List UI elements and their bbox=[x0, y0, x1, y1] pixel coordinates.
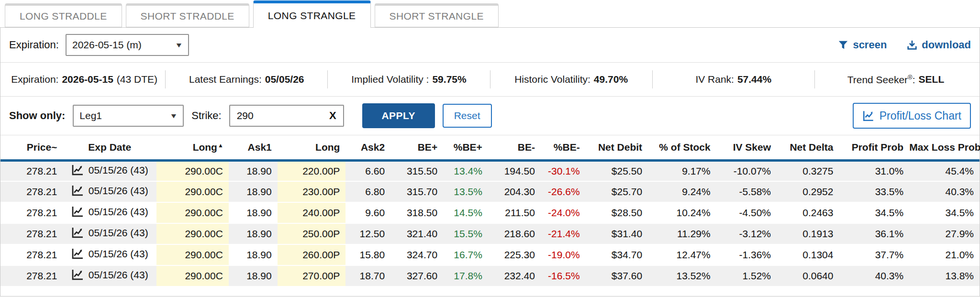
column-header-ask2[interactable]: Ask2 bbox=[345, 135, 390, 160]
cell-pct-be-plus: 16.7% bbox=[443, 244, 488, 265]
reset-button[interactable]: Reset bbox=[443, 104, 492, 128]
cell-long-put: 230.00P bbox=[278, 181, 346, 202]
cell-be-minus: 232.40 bbox=[488, 265, 541, 286]
column-header-price[interactable]: Price~ bbox=[0, 135, 63, 160]
options-table: Price~Exp DateLong▲Ask1LongAsk2BE+%BE+BE… bbox=[0, 135, 980, 287]
column-header-be-plus[interactable]: BE+ bbox=[390, 135, 443, 160]
column-header-be-minus[interactable]: BE- bbox=[488, 135, 541, 160]
show-only-select[interactable]: Leg1 ▼ bbox=[73, 105, 184, 127]
cell-ask2: 18.70 bbox=[345, 265, 390, 286]
cell-max-loss-prob: 27.9% bbox=[909, 223, 980, 244]
stat-value: 57.44% bbox=[737, 74, 771, 85]
cell-long-put: 240.00P bbox=[278, 202, 346, 223]
cell-price: 278.21 bbox=[0, 202, 63, 223]
stat-suffix: (43 DTE) bbox=[117, 74, 157, 85]
cell-max-loss-prob: 45.4% bbox=[909, 160, 980, 181]
cell-long-put: 220.00P bbox=[278, 160, 346, 181]
stat-item: Trend Seeker®:SELL bbox=[814, 70, 977, 88]
cell-pct-be-plus: 15.5% bbox=[443, 223, 488, 244]
column-header-max-loss-prob[interactable]: Max Loss Prob bbox=[909, 135, 980, 160]
clear-icon[interactable]: X bbox=[329, 110, 336, 122]
column-header-long-call[interactable]: Long▲ bbox=[156, 135, 229, 160]
cell-pct-of-stock: 13.52% bbox=[648, 265, 716, 286]
strike-input[interactable] bbox=[237, 110, 309, 121]
column-header-long-put[interactable]: Long bbox=[278, 135, 346, 160]
column-header-pct-of-stock[interactable]: % of Stock bbox=[648, 135, 716, 160]
cell-net-delta: 0.3275 bbox=[777, 160, 839, 181]
tab-long-straddle[interactable]: LONG STRADDLE bbox=[5, 3, 122, 27]
cell-be-plus: 318.50 bbox=[390, 202, 443, 223]
cell-pct-of-stock: 12.47% bbox=[648, 244, 716, 265]
price-chart-icon[interactable] bbox=[71, 165, 84, 176]
table-row: 278.2105/15/26 (43)290.00C18.90220.00P6.… bbox=[0, 160, 980, 181]
cell-ask1: 18.90 bbox=[229, 244, 278, 265]
cell-iv-skew: 1.52% bbox=[716, 265, 777, 286]
cell-exp-date: 05/15/26 (43) bbox=[63, 181, 156, 202]
show-only-label: Show only: bbox=[9, 110, 65, 122]
cell-profit-prob: 36.1% bbox=[839, 223, 909, 244]
cell-be-minus: 225.30 bbox=[488, 244, 541, 265]
column-header-profit-prob[interactable]: Profit Prob bbox=[839, 135, 909, 160]
stat-value: SELL bbox=[919, 74, 945, 85]
price-chart-icon[interactable] bbox=[71, 248, 84, 259]
stat-item: Implied Volatility :59.75% bbox=[327, 70, 490, 88]
cell-net-delta: 0.2463 bbox=[777, 202, 839, 223]
column-header-exp-date[interactable]: Exp Date bbox=[63, 135, 156, 160]
screen-link[interactable]: screen bbox=[838, 39, 887, 51]
column-header-net-debit[interactable]: Net Debit bbox=[586, 135, 648, 160]
stat-item: Historic Volatility:49.70% bbox=[490, 70, 652, 88]
download-link[interactable]: download bbox=[907, 39, 971, 51]
cell-pct-of-stock: 9.17% bbox=[648, 160, 716, 181]
cell-long-put: 270.00P bbox=[278, 265, 346, 286]
table-row: 278.2105/15/26 (43)290.00C18.90260.00P15… bbox=[0, 244, 980, 265]
cell-ask2: 9.60 bbox=[345, 202, 390, 223]
cell-pct-be-plus: 13.4% bbox=[443, 160, 488, 181]
filter-bar: Show only: Leg1 ▼ Strike: X APPLY Reset … bbox=[0, 97, 980, 135]
column-header-pct-be-minus[interactable]: %BE- bbox=[541, 135, 586, 160]
apply-button[interactable]: APPLY bbox=[362, 103, 435, 128]
cell-be-plus: 327.60 bbox=[390, 265, 443, 286]
cell-be-plus: 321.40 bbox=[390, 223, 443, 244]
stat-label: IV Rank: bbox=[695, 74, 734, 85]
column-header-net-delta[interactable]: Net Delta bbox=[777, 135, 839, 160]
cell-max-loss-prob: 34.5% bbox=[909, 202, 980, 223]
cell-net-debit: $31.40 bbox=[586, 223, 648, 244]
cell-long-call: 290.00C bbox=[156, 265, 229, 286]
price-chart-icon[interactable] bbox=[71, 206, 84, 217]
tab-short-straddle[interactable]: SHORT STRADDLE bbox=[126, 3, 249, 27]
cell-profit-prob: 34.5% bbox=[839, 202, 909, 223]
tab-long-strangle[interactable]: LONG STRANGLE bbox=[253, 0, 371, 28]
cell-long-call: 290.00C bbox=[156, 160, 229, 181]
price-chart-icon[interactable] bbox=[71, 269, 84, 280]
toolbar-links: screen download bbox=[838, 39, 971, 51]
cell-pct-of-stock: 10.24% bbox=[648, 202, 716, 223]
column-header-pct-be-plus[interactable]: %BE+ bbox=[443, 135, 488, 160]
cell-ask1: 18.90 bbox=[229, 160, 278, 181]
cell-price: 278.21 bbox=[0, 265, 63, 286]
column-header-ask1[interactable]: Ask1 bbox=[229, 135, 278, 160]
price-chart-icon[interactable] bbox=[71, 227, 84, 238]
cell-net-debit: $25.70 bbox=[586, 181, 648, 202]
cell-be-minus: 194.50 bbox=[488, 160, 541, 181]
expiration-label: Expiration: bbox=[9, 39, 59, 51]
cell-iv-skew: -4.50% bbox=[716, 202, 777, 223]
cell-ask1: 18.90 bbox=[229, 181, 278, 202]
expiration-select[interactable]: 2026-05-15 (m) ▼ bbox=[66, 34, 189, 56]
cell-iv-skew: -10.07% bbox=[716, 160, 777, 181]
cell-iv-skew: -3.12% bbox=[716, 223, 777, 244]
cell-max-loss-prob: 13.8% bbox=[909, 265, 980, 286]
sort-asc-icon: ▲ bbox=[218, 142, 223, 149]
cell-iv-skew: -5.58% bbox=[716, 181, 777, 202]
cell-be-minus: 204.30 bbox=[488, 181, 541, 202]
profit-loss-chart-label: Profit/Loss Chart bbox=[880, 110, 961, 122]
cell-pct-be-minus: -30.1% bbox=[541, 160, 586, 181]
stat-label: Latest Earnings: bbox=[189, 74, 262, 85]
stat-value: 2026-05-15 bbox=[62, 74, 113, 85]
price-chart-icon[interactable] bbox=[71, 185, 84, 196]
tab-short-strangle[interactable]: SHORT STRANGLE bbox=[375, 3, 499, 27]
cell-net-debit: $37.60 bbox=[586, 265, 648, 286]
cell-pct-of-stock: 9.24% bbox=[648, 181, 716, 202]
profit-loss-chart-button[interactable]: Profit/Loss Chart bbox=[853, 103, 971, 129]
cell-profit-prob: 37.7% bbox=[839, 244, 909, 265]
column-header-iv-skew[interactable]: IV Skew bbox=[716, 135, 777, 160]
